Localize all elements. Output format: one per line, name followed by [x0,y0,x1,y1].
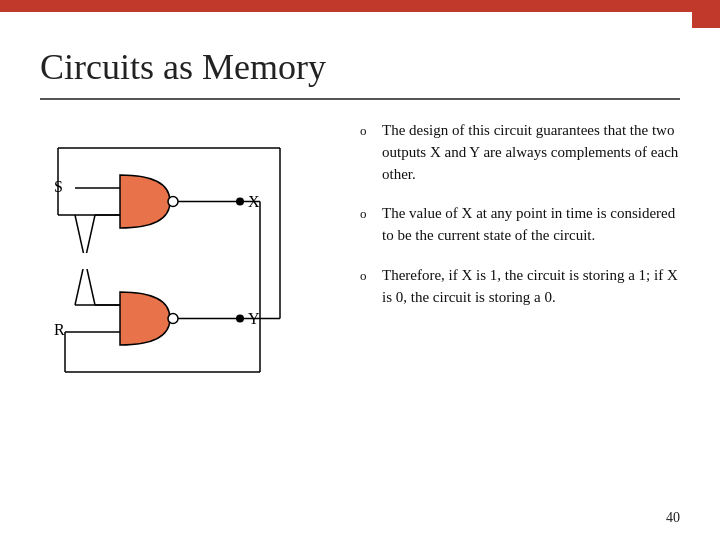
circuit-diagram: S X R [40,120,330,404]
top-bar [0,0,720,12]
bullet-mark-2: o [360,205,382,224]
bullet-item-3: o Therefore, if X is 1, the circuit is s… [360,265,680,309]
circuit-svg: S X R [40,120,330,400]
main-layout: S X R [40,120,680,404]
bullet-mark-1: o [360,122,382,141]
bullet-item-1: o The design of this circuit guarantees … [360,120,680,185]
svg-point-7 [168,314,178,324]
page-number: 40 [666,510,680,526]
top-bar-square [692,0,720,28]
label-r: R [54,321,65,338]
bullet-text-2: The value of X at any point in time is c… [382,203,680,247]
bullet-item-2: o The value of X at any point in time is… [360,203,680,247]
slide-content: Circuits as Memory S [0,28,720,540]
text-area: o The design of this circuit guarantees … [350,120,680,326]
bullet-text-3: Therefore, if X is 1, the circuit is sto… [382,265,680,309]
title-divider [40,98,680,100]
bullet-mark-3: o [360,267,382,286]
slide-title: Circuits as Memory [40,46,680,88]
svg-point-2 [168,197,178,207]
bullet-text-1: The design of this circuit guarantees th… [382,120,680,185]
svg-rect-22 [82,253,92,269]
